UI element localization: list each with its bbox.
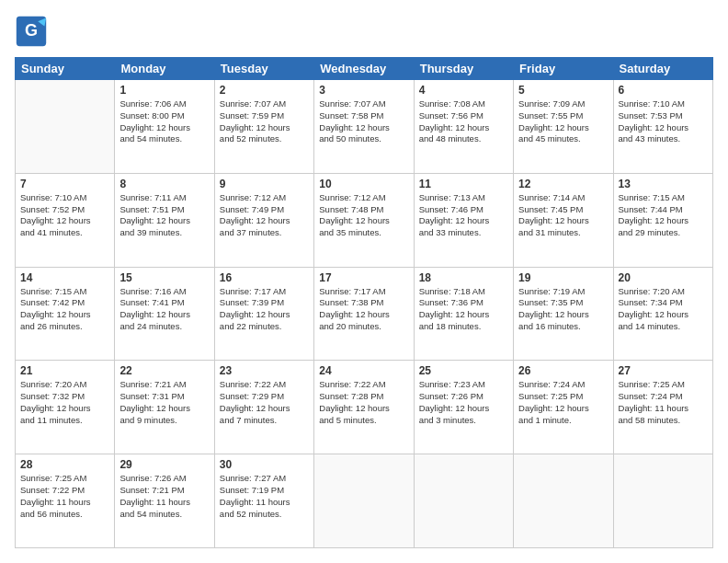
day-info: Sunrise: 7:07 AM Sunset: 7:58 PM Dayligh… [319, 98, 408, 145]
day-info: Sunrise: 7:06 AM Sunset: 8:00 PM Dayligh… [119, 98, 209, 145]
day-number: 21 [20, 364, 109, 377]
day-info: Sunrise: 7:25 AM Sunset: 7:24 PM Dayligh… [619, 379, 708, 426]
calendar-cell: 20Sunrise: 7:20 AM Sunset: 7:34 PM Dayli… [613, 267, 712, 361]
day-number: 13 [619, 178, 708, 190]
day-info: Sunrise: 7:15 AM Sunset: 7:42 PM Dayligh… [20, 286, 109, 333]
calendar-week-row: 7Sunrise: 7:10 AM Sunset: 7:52 PM Daylig… [16, 173, 713, 267]
day-info: Sunrise: 7:21 AM Sunset: 7:31 PM Dayligh… [119, 379, 209, 426]
calendar-cell [414, 454, 513, 548]
day-info: Sunrise: 7:08 AM Sunset: 7:56 PM Dayligh… [419, 98, 508, 145]
day-info: Sunrise: 7:25 AM Sunset: 7:22 PM Dayligh… [20, 473, 109, 520]
calendar-cell: 2Sunrise: 7:07 AM Sunset: 7:59 PM Daylig… [214, 80, 313, 174]
day-number: 26 [518, 364, 608, 377]
calendar-week-row: 1Sunrise: 7:06 AM Sunset: 8:00 PM Daylig… [16, 80, 713, 174]
weekday-header-wednesday: Wednesday [314, 58, 414, 80]
calendar-cell: 26Sunrise: 7:24 AM Sunset: 7:25 PM Dayli… [514, 361, 613, 454]
calendar-week-row: 28Sunrise: 7:25 AM Sunset: 7:22 PM Dayli… [16, 454, 713, 548]
day-info: Sunrise: 7:17 AM Sunset: 7:39 PM Dayligh… [220, 286, 309, 333]
weekday-header-sunday: Sunday [16, 58, 115, 80]
calendar-table: SundayMondayTuesdayWednesdayThursdayFrid… [15, 57, 713, 548]
calendar-cell: 16Sunrise: 7:17 AM Sunset: 7:39 PM Dayli… [214, 267, 313, 361]
calendar-cell: 12Sunrise: 7:14 AM Sunset: 7:45 PM Dayli… [514, 173, 613, 267]
day-number: 28 [20, 458, 109, 471]
calendar-cell: 28Sunrise: 7:25 AM Sunset: 7:22 PM Dayli… [16, 454, 115, 548]
calendar-cell: 7Sunrise: 7:10 AM Sunset: 7:52 PM Daylig… [16, 173, 115, 267]
day-info: Sunrise: 7:26 AM Sunset: 7:21 PM Dayligh… [119, 473, 209, 520]
day-number: 11 [419, 178, 508, 190]
calendar-cell: 10Sunrise: 7:12 AM Sunset: 7:48 PM Dayli… [314, 173, 414, 267]
day-info: Sunrise: 7:15 AM Sunset: 7:44 PM Dayligh… [619, 192, 708, 239]
calendar-cell: 19Sunrise: 7:19 AM Sunset: 7:35 PM Dayli… [514, 267, 613, 361]
day-info: Sunrise: 7:09 AM Sunset: 7:55 PM Dayligh… [518, 98, 608, 145]
day-number: 20 [619, 271, 708, 284]
day-number: 29 [119, 458, 209, 471]
calendar-week-row: 14Sunrise: 7:15 AM Sunset: 7:42 PM Dayli… [16, 267, 713, 361]
day-number: 30 [220, 458, 309, 471]
day-number: 3 [319, 84, 408, 97]
day-info: Sunrise: 7:11 AM Sunset: 7:51 PM Dayligh… [119, 192, 209, 239]
day-info: Sunrise: 7:17 AM Sunset: 7:38 PM Dayligh… [319, 286, 408, 333]
day-number: 19 [518, 271, 608, 284]
calendar-cell: 22Sunrise: 7:21 AM Sunset: 7:31 PM Dayli… [115, 361, 214, 454]
svg-text:G: G [25, 21, 38, 40]
logo: G [15, 15, 51, 48]
day-info: Sunrise: 7:18 AM Sunset: 7:36 PM Dayligh… [419, 286, 508, 333]
day-number: 8 [119, 178, 209, 190]
day-info: Sunrise: 7:20 AM Sunset: 7:32 PM Dayligh… [20, 379, 109, 426]
day-number: 24 [319, 364, 408, 377]
day-number: 1 [119, 84, 209, 97]
logo-icon: G [15, 15, 48, 48]
weekday-header-monday: Monday [115, 58, 214, 80]
calendar-cell: 3Sunrise: 7:07 AM Sunset: 7:58 PM Daylig… [314, 80, 414, 174]
calendar-cell: 13Sunrise: 7:15 AM Sunset: 7:44 PM Dayli… [613, 173, 712, 267]
day-info: Sunrise: 7:27 AM Sunset: 7:19 PM Dayligh… [220, 473, 309, 520]
day-number: 2 [220, 84, 309, 97]
calendar-cell: 24Sunrise: 7:22 AM Sunset: 7:28 PM Dayli… [314, 361, 414, 454]
day-number: 7 [20, 178, 109, 190]
calendar-header-row: SundayMondayTuesdayWednesdayThursdayFrid… [16, 58, 713, 80]
calendar-week-row: 21Sunrise: 7:20 AM Sunset: 7:32 PM Dayli… [16, 361, 713, 454]
calendar-cell: 6Sunrise: 7:10 AM Sunset: 7:53 PM Daylig… [613, 80, 712, 174]
calendar-cell [16, 80, 115, 174]
day-number: 27 [619, 364, 708, 377]
day-number: 17 [319, 271, 408, 284]
day-info: Sunrise: 7:14 AM Sunset: 7:45 PM Dayligh… [518, 192, 608, 239]
day-number: 23 [220, 364, 309, 377]
day-info: Sunrise: 7:07 AM Sunset: 7:59 PM Dayligh… [220, 98, 309, 145]
calendar-cell: 30Sunrise: 7:27 AM Sunset: 7:19 PM Dayli… [214, 454, 313, 548]
calendar-cell: 23Sunrise: 7:22 AM Sunset: 7:29 PM Dayli… [214, 361, 313, 454]
day-info: Sunrise: 7:10 AM Sunset: 7:52 PM Dayligh… [20, 192, 109, 239]
day-number: 12 [518, 178, 608, 190]
calendar-cell: 21Sunrise: 7:20 AM Sunset: 7:32 PM Dayli… [16, 361, 115, 454]
calendar-cell: 9Sunrise: 7:12 AM Sunset: 7:49 PM Daylig… [214, 173, 313, 267]
day-number: 15 [119, 271, 209, 284]
calendar-cell: 14Sunrise: 7:15 AM Sunset: 7:42 PM Dayli… [16, 267, 115, 361]
day-info: Sunrise: 7:10 AM Sunset: 7:53 PM Dayligh… [619, 98, 708, 145]
calendar-cell: 8Sunrise: 7:11 AM Sunset: 7:51 PM Daylig… [115, 173, 214, 267]
calendar-cell: 11Sunrise: 7:13 AM Sunset: 7:46 PM Dayli… [414, 173, 513, 267]
day-info: Sunrise: 7:22 AM Sunset: 7:28 PM Dayligh… [319, 379, 408, 426]
calendar-cell [314, 454, 414, 548]
calendar-cell [613, 454, 712, 548]
calendar-cell: 15Sunrise: 7:16 AM Sunset: 7:41 PM Dayli… [115, 267, 214, 361]
day-number: 22 [119, 364, 209, 377]
day-info: Sunrise: 7:24 AM Sunset: 7:25 PM Dayligh… [518, 379, 608, 426]
calendar-cell: 17Sunrise: 7:17 AM Sunset: 7:38 PM Dayli… [314, 267, 414, 361]
calendar-cell: 4Sunrise: 7:08 AM Sunset: 7:56 PM Daylig… [414, 80, 513, 174]
day-info: Sunrise: 7:22 AM Sunset: 7:29 PM Dayligh… [220, 379, 309, 426]
day-number: 5 [518, 84, 608, 97]
day-number: 16 [220, 271, 309, 284]
weekday-header-saturday: Saturday [613, 58, 712, 80]
calendar-cell: 1Sunrise: 7:06 AM Sunset: 8:00 PM Daylig… [115, 80, 214, 174]
calendar-cell [514, 454, 613, 548]
day-number: 4 [419, 84, 508, 97]
day-info: Sunrise: 7:13 AM Sunset: 7:46 PM Dayligh… [419, 192, 508, 239]
calendar-cell: 27Sunrise: 7:25 AM Sunset: 7:24 PM Dayli… [613, 361, 712, 454]
day-number: 25 [419, 364, 508, 377]
day-number: 6 [619, 84, 708, 97]
day-info: Sunrise: 7:12 AM Sunset: 7:49 PM Dayligh… [220, 192, 309, 239]
weekday-header-tuesday: Tuesday [214, 58, 313, 80]
calendar-cell: 5Sunrise: 7:09 AM Sunset: 7:55 PM Daylig… [514, 80, 613, 174]
day-number: 18 [419, 271, 508, 284]
weekday-header-friday: Friday [514, 58, 613, 80]
